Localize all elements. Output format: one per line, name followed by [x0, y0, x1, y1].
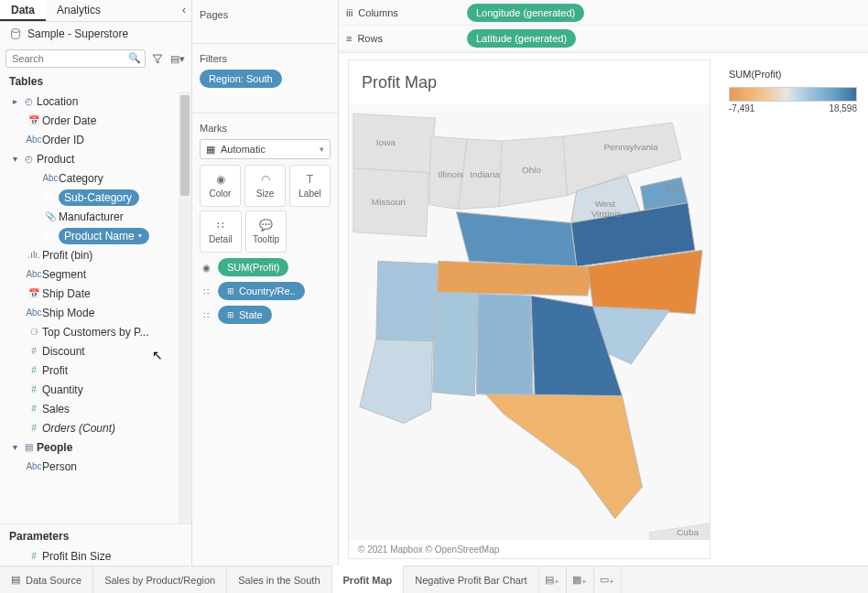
field-discount[interactable]: #Discount [0, 341, 191, 361]
detail-mapping-icon: ∷ [200, 285, 212, 297]
datasource-name: Sample - Superstore [27, 27, 128, 40]
field-category[interactable]: AbcCategory [0, 168, 191, 188]
automatic-mark-icon: ▦ [206, 144, 215, 156]
svg-text:Pennsylvania: Pennsylvania [604, 142, 659, 152]
pages-shelf[interactable]: Pages [192, 0, 338, 44]
shelves-region: iiiColumns Longitude (generated) ≡Rows L… [339, 0, 868, 53]
mark-size-button[interactable]: ◠Size [244, 165, 286, 207]
legend-title: SUM(Profit) [729, 69, 853, 80]
tab-negative-profit-bar-chart[interactable]: Negative Profit Bar Chart [404, 566, 538, 593]
marks-label: Marks [200, 119, 331, 139]
marks-card: Marks ▦ Automatic▾ ◉Color ◠Size TLabel ∷… [192, 113, 338, 329]
legend-gradient [729, 87, 857, 102]
field-location[interactable]: ▸◴Location [0, 92, 191, 111]
detail-mapping-icon-2: ∷ [200, 308, 212, 321]
svg-text:MD: MD [666, 183, 679, 193]
color-icon: ◉ [216, 173, 225, 186]
rows-shelf[interactable]: ≡Rows Latitude (generated) [339, 26, 868, 51]
sheet-tab-bar: ▤Data Source Sales by Product/Region Sal… [0, 566, 868, 593]
tab-sales-in-the-south[interactable]: Sales in the South [227, 566, 331, 593]
mark-color-button[interactable]: ◉Color [200, 165, 241, 207]
svg-point-0 [12, 29, 20, 33]
new-worksheet-button[interactable]: ▤₊ [539, 566, 567, 593]
filters-label: Filters [200, 49, 331, 70]
tree-scrollbar[interactable] [179, 92, 191, 523]
field-sub-category[interactable]: AbcSub-Category [0, 188, 191, 207]
tab-data[interactable]: Data [0, 0, 46, 21]
visualization-pane[interactable]: Profit Map [348, 59, 711, 559]
pill-latitude[interactable]: Latitude (generated) [467, 29, 576, 48]
search-icon: 🔍 [128, 52, 141, 64]
tab-sales-by-product-region[interactable]: Sales by Product/Region [93, 566, 227, 593]
field-orders-count[interactable]: #Orders (Count) [0, 418, 191, 437]
mark-detail-button[interactable]: ∷Detail [200, 210, 242, 253]
mark-type-dropdown[interactable]: ▦ Automatic▾ [200, 139, 331, 159]
tab-analytics[interactable]: Analytics [46, 0, 112, 21]
svg-text:Virginia: Virginia [591, 209, 622, 219]
tables-header: Tables [0, 71, 191, 92]
svg-text:West: West [595, 199, 616, 209]
field-person[interactable]: AbcPerson [0, 457, 191, 476]
fields-view-button[interactable]: ▤▾ [169, 50, 186, 67]
map-canvas[interactable]: Iowa Illinois Indiana Ohio Pennsylvania … [349, 104, 710, 540]
legend-max: 18,598 [829, 103, 857, 113]
field-order-id[interactable]: AbcOrder ID [0, 130, 191, 149]
new-story-button[interactable]: ▭₊ [594, 566, 622, 593]
field-product[interactable]: ▾◴Product [0, 149, 191, 168]
new-dashboard-button[interactable]: ▩₊ [567, 566, 594, 593]
svg-text:Cuba: Cuba [677, 527, 699, 537]
param-profit-bin-size[interactable]: #Profit Bin Size [0, 546, 191, 566]
field-sales[interactable]: #Sales [0, 399, 191, 418]
search-input[interactable]: 🔍 [5, 49, 146, 68]
columns-shelf[interactable]: iiiColumns Longitude (generated) [339, 0, 868, 26]
mark-pill-state[interactable]: ⊞State [218, 306, 272, 324]
svg-text:Missouri: Missouri [372, 197, 406, 207]
field-profit-bin[interactable]: .ılı.Profit (bin) [0, 245, 191, 264]
svg-text:Illinois: Illinois [439, 169, 464, 179]
table-people[interactable]: ▾▤People [0, 437, 191, 457]
data-pane: Data Analytics ‹ Sample - Superstore 🔍 ▤… [0, 0, 192, 566]
field-ship-date[interactable]: 📅Ship Date [0, 284, 191, 303]
parameters-header: Parameters [0, 523, 191, 546]
map-svg: Iowa Illinois Indiana Ohio Pennsylvania … [349, 104, 710, 540]
columns-icon: iii [346, 7, 353, 18]
size-icon: ◠ [261, 173, 270, 186]
pages-label: Pages [200, 5, 331, 26]
map-attribution: © 2021 Mapbox © OpenStreetMap [358, 544, 499, 555]
rows-label: Rows [357, 33, 383, 44]
datasource-row[interactable]: Sample - Superstore [0, 22, 191, 46]
tab-profit-map[interactable]: Profit Map [332, 566, 405, 593]
filters-shelf[interactable]: Filters Region: South [192, 44, 338, 113]
field-profit[interactable]: #Profit [0, 361, 191, 380]
legend-min: -7,491 [729, 103, 754, 113]
fields-tree: ▸◴Location 📅Order Date AbcOrder ID ▾◴Pro… [0, 92, 191, 523]
rows-icon: ≡ [346, 33, 352, 44]
field-quantity[interactable]: #Quantity [0, 380, 191, 399]
svg-text:Iowa: Iowa [376, 137, 396, 147]
tooltip-icon: 💬 [259, 219, 273, 232]
color-legend[interactable]: SUM(Profit) -7,491 18,598 [720, 59, 863, 123]
field-segment[interactable]: AbcSegment [0, 264, 191, 284]
field-top-customers[interactable]: ⚆Top Customers by P... [0, 322, 191, 341]
collapse-pane-icon[interactable]: ‹ [182, 4, 186, 16]
mark-label-button[interactable]: TLabel [289, 165, 331, 207]
field-product-name[interactable]: AbcProduct Name▾ [0, 226, 191, 245]
fields-filter-button[interactable] [149, 50, 166, 67]
field-ship-mode[interactable]: AbcShip Mode [0, 303, 191, 322]
viz-title[interactable]: Profit Map [349, 60, 710, 98]
color-mapping-icon: ◉ [200, 261, 212, 274]
tab-data-source[interactable]: ▤Data Source [0, 566, 93, 593]
datasource-icon [9, 27, 22, 40]
mark-pill-profit[interactable]: SUM(Profit) [218, 258, 288, 276]
detail-icon: ∷ [217, 219, 224, 232]
datasource-tab-icon: ▤ [11, 574, 20, 586]
label-icon: T [307, 173, 313, 186]
field-order-date[interactable]: 📅Order Date [0, 111, 191, 130]
svg-text:Ohio: Ohio [522, 165, 541, 175]
mark-pill-country[interactable]: ⊞Country/Re.. [218, 282, 305, 300]
pill-longitude[interactable]: Longitude (generated) [467, 4, 584, 22]
filter-pill-region[interactable]: Region: South [200, 70, 282, 88]
cards-column: Pages Filters Region: South Marks ▦ Auto… [192, 0, 339, 566]
field-manufacturer[interactable]: 📎Manufacturer [0, 207, 191, 226]
mark-tooltip-button[interactable]: 💬Tooltip [245, 210, 288, 253]
